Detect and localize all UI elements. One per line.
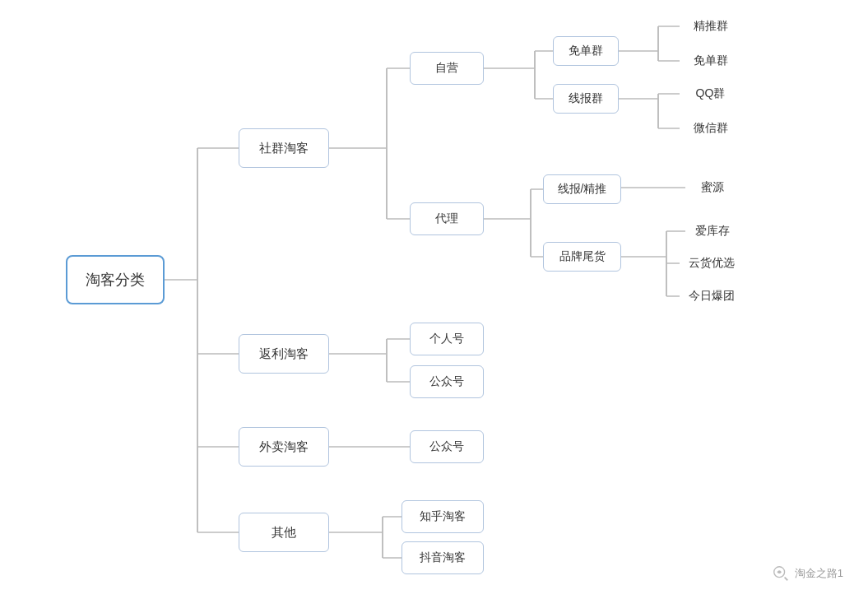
root-node: 淘客分类 xyxy=(66,255,165,304)
mind-map: 淘客分类 社群淘客 返利淘客 外卖淘客 其他 自营 代理 个人号 公众号 公众号… xyxy=(0,0,868,599)
node-gongzhonghao-waimai: 公众号 xyxy=(410,430,484,463)
node-gerenhao: 个人号 xyxy=(410,323,484,355)
node-fanli: 返利淘客 xyxy=(239,334,329,374)
node-weixin-qun: 微信群 xyxy=(680,115,741,142)
watermark: 淘金之路1 xyxy=(772,564,843,583)
node-aikucun: 爱库存 xyxy=(685,218,739,244)
node-jingtu-qun: 精推群 xyxy=(680,13,741,39)
node-shequn: 社群淘客 xyxy=(239,128,329,168)
node-yunhuo: 云货优选 xyxy=(680,250,744,276)
node-miyuan: 蜜源 xyxy=(685,174,739,201)
node-waimai: 外卖淘客 xyxy=(239,427,329,467)
node-qq-qun: QQ群 xyxy=(680,81,741,107)
node-miandan-qun2: 免单群 xyxy=(680,48,741,74)
node-jinri: 今日爆团 xyxy=(680,283,744,309)
node-pinpai-weihuo: 品牌尾货 xyxy=(543,242,621,272)
watermark-text: 淘金之路1 xyxy=(795,566,843,581)
watermark-icon xyxy=(772,564,790,583)
node-daili: 代理 xyxy=(410,202,484,235)
node-xianbao-jingtu: 线报/精推 xyxy=(543,174,621,204)
node-gongzhonghao-fanli: 公众号 xyxy=(410,365,484,398)
node-douyin: 抖音淘客 xyxy=(402,541,484,574)
node-ziying: 自营 xyxy=(410,52,484,85)
node-miandan-group: 免单群 xyxy=(553,36,619,66)
node-qita: 其他 xyxy=(239,513,329,552)
node-xianbao-group: 线报群 xyxy=(553,84,619,114)
node-zhihu: 知乎淘客 xyxy=(402,500,484,533)
